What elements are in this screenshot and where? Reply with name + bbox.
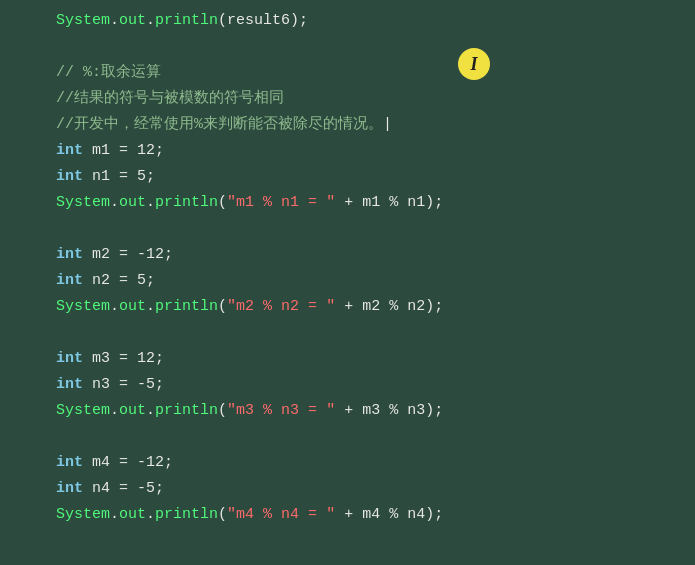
code-line-n3-decl: int n3 = -5; xyxy=(20,372,695,398)
code-line-blank-4 xyxy=(20,424,695,450)
code-line-println-3: System.out.println("m3 % n3 = " + m3 % n… xyxy=(20,398,695,424)
code-line-println-1: System.out.println("m1 % n1 = " + m1 % n… xyxy=(20,190,695,216)
cursor-indicator: I xyxy=(458,48,490,80)
code-line-m4-decl: int m4 = -12; xyxy=(20,450,695,476)
code-line-comment3: //开发中，经常使用%来判断能否被除尽的情况。| xyxy=(20,112,695,138)
code-line-blank-2 xyxy=(20,216,695,242)
code-line-println-2: System.out.println("m2 % n2 = " + m2 % n… xyxy=(20,294,695,320)
code-line-n4-decl: int n4 = -5; xyxy=(20,476,695,502)
code-line-println-4: System.out.println("m4 % n4 = " + m4 % n… xyxy=(20,502,695,528)
code-line-blank-5 xyxy=(20,528,695,554)
code-line-blank-1 xyxy=(20,34,695,60)
code-line-1: System.out.println(result6); xyxy=(20,8,695,34)
code-editor: I System.out.println(result6); // %:取余运算… xyxy=(0,0,695,565)
code-line-m1-decl: int m1 = 12; xyxy=(20,138,695,164)
code-line-comment2: //结果的符号与被模数的符号相同 xyxy=(20,86,695,112)
code-line-blank-3 xyxy=(20,320,695,346)
code-line-n1-decl: int n1 = 5; xyxy=(20,164,695,190)
code-line-m3-decl: int m3 = 12; xyxy=(20,346,695,372)
code-line-m2-decl: int m2 = -12; xyxy=(20,242,695,268)
system-out-text: System xyxy=(56,12,110,29)
code-line-n2-decl: int n2 = 5; xyxy=(20,268,695,294)
code-line-comment1: // %:取余运算 xyxy=(20,60,695,86)
